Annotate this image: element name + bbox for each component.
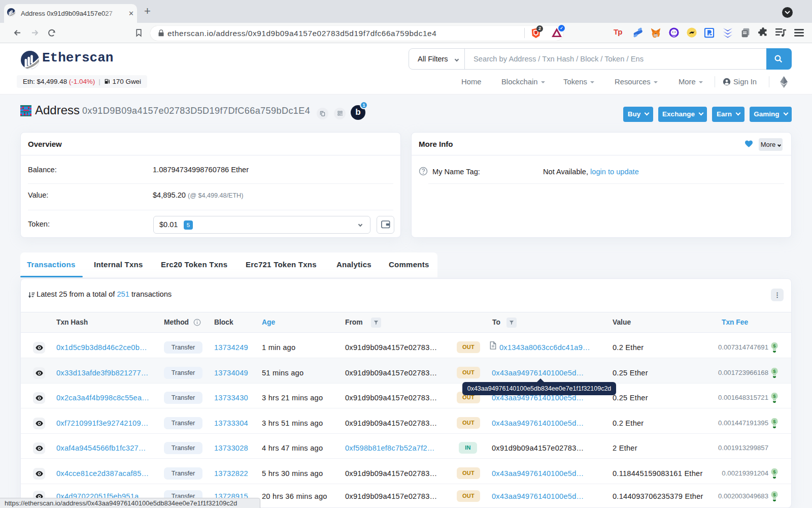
svg-text:$: $ <box>773 419 776 424</box>
svg-text:$: $ <box>773 368 776 374</box>
svg-text:$: $ <box>773 343 776 348</box>
svg-text:$: $ <box>773 393 776 399</box>
svg-text:$: $ <box>773 492 776 497</box>
svg-text:$: $ <box>773 469 776 474</box>
